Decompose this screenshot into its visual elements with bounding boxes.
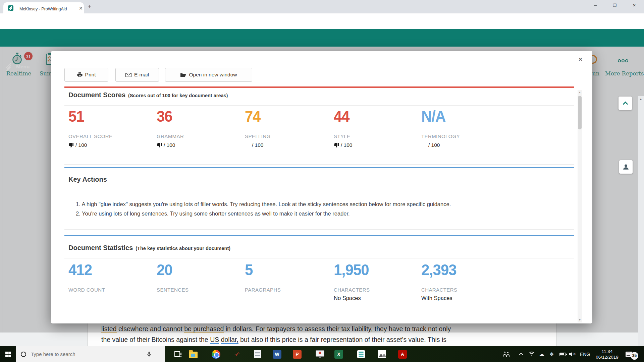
taskbar-acrobat[interactable]: A [394,346,411,362]
prowritingaid-favicon-icon [8,5,13,11]
taskbar-steps-recorder[interactable] [312,346,328,362]
key-action-item: 1. A high "glue index" suggests you're u… [76,201,451,207]
document-scores-title: Document Scores [68,91,125,99]
score-denominator: / 100 [245,142,263,148]
document-scores-heading: Document Scores(Scores out of 100 for ke… [68,91,228,99]
tray-onedrive[interactable]: ☁ [536,346,547,362]
scroll-down-icon[interactable]: ▼ [578,318,582,321]
stat-value: 1,950 [334,261,369,279]
taskbar-file-explorer[interactable] [186,346,201,362]
taskbar-excel[interactable]: X [331,346,347,362]
notification-count-badge: 35 [631,352,638,360]
task-view-button[interactable] [170,346,184,362]
page-scrollbar[interactable]: ▲ [638,96,644,346]
tray-show-hidden[interactable] [515,346,527,362]
key-actions-title: Key Actions [68,176,107,183]
microphone-icon[interactable] [147,351,151,357]
document-scores-subtitle: (Scores out of 100 for key document area… [128,93,228,98]
browser-toolbar: ← → ↻ ⌂ prowritingaid.com/en/Analysis/We… [0,13,644,29]
wifi-icon [528,352,535,357]
dropbox-icon: ❖ [549,351,554,357]
scroll-up-icon[interactable]: ▲ [639,98,643,101]
key-action-item: 2. You're using lots of long sentences. … [76,210,350,217]
start-button[interactable] [0,346,16,362]
browser-tab-bar: McKinsey - ProWritingAid ✕ + ─ ❐ ✕ [0,0,644,13]
cloud-icon: ☁ [539,351,544,357]
app-header: Menu Reports Settings [0,29,644,47]
taskbar-notepad[interactable] [250,346,266,362]
tray-people[interactable] [500,346,513,362]
stat-label: WORD COUNT [68,287,105,293]
score-label: OVERALL SCORE [68,133,112,139]
task-view-icon [174,351,180,357]
tab-title: McKinsey - ProWritingAid [19,7,67,11]
taskbar-powerpoint[interactable]: P [289,346,305,362]
powerpoint-icon: P [293,350,302,359]
score-denominator: / 100 [157,142,175,148]
taskbar-capture-app[interactable] [353,346,369,362]
stat-sublabel: With Spaces [421,295,452,301]
score-label: TERMINOLOGY [421,133,460,139]
capture-app-icon [357,350,365,358]
score-label: GRAMMAR [157,133,184,139]
document-statistics-title: Document Statistics [68,244,133,251]
tray-network[interactable] [526,346,537,362]
stat-label: SENTENCES [157,287,189,293]
taskbar-search[interactable] [16,346,165,362]
user-panel-button[interactable] [619,160,633,174]
tray-language[interactable]: ENG [578,346,592,362]
modal-close-icon[interactable]: × [579,56,582,63]
taskbar-chrome[interactable] [208,346,224,362]
score-value: 74 [245,107,261,125]
print-button[interactable]: Print [64,68,108,82]
clock-date: 06/12/2019 [596,354,619,360]
thumbs-down-icon [157,142,162,148]
open-new-window-button[interactable]: Open in new window [165,68,252,82]
section-rule-red [64,86,574,88]
browser-tab[interactable]: McKinsey - ProWritingAid ✕ [3,2,84,13]
divider [64,312,574,312]
open-new-window-label: Open in new window [189,72,237,78]
score-label: STYLE [334,133,351,139]
stat-sublabel: No Spaces [334,295,361,301]
photos-icon [378,350,386,358]
chevron-up-icon [519,353,523,357]
score-denominator: / 100 [334,142,352,148]
person-icon [622,163,630,171]
score-denominator: / 100 [68,142,87,148]
collapse-up-button[interactable] [619,97,632,110]
score-denominator: / 100 [421,142,440,148]
people-icon [503,352,510,357]
taskbar-snipping-tool[interactable]: ✂ [229,346,246,362]
report-summary-modal: × Print E-mail Open in new window Docume… [51,51,592,323]
folder-open-icon [180,72,186,77]
scroll-up-icon[interactable]: ▲ [578,91,582,94]
email-button[interactable]: E-mail [115,68,159,82]
tab-close-icon[interactable]: ✕ [78,6,84,11]
divider [64,190,574,190]
windows-logo-icon [5,352,11,357]
window-minimize-button[interactable]: ─ [586,0,605,11]
print-label: Print [85,72,96,78]
thumbs-down-icon [334,142,339,148]
excel-icon: X [334,350,343,359]
chrome-icon [212,350,220,359]
modal-scrollbar-thumb[interactable] [578,96,582,129]
tray-volume[interactable]: ✕ [567,346,578,362]
search-input[interactable] [31,351,142,357]
stat-value: 20 [157,261,172,279]
taskbar-photos[interactable] [374,346,390,362]
taskbar-word[interactable]: W [269,346,285,362]
divider [64,164,574,165]
tray-dropbox[interactable]: ❖ [546,346,557,362]
window-maximize-button[interactable]: ❐ [605,0,625,11]
word-icon: W [273,350,281,359]
tray-clock[interactable]: 11:34 06/12/2019 [593,346,621,362]
new-tab-button[interactable]: + [88,3,91,10]
acrobat-icon: A [398,350,407,359]
window-close-button[interactable]: ✕ [625,0,644,11]
stat-label: CHARACTERS [421,287,457,293]
envelope-icon [125,73,131,77]
taskbar: ✂ W P X A ☁ ❖ ✕ ENG 11:34 06/12/2019 [0,346,644,362]
notepad-icon [254,350,261,358]
